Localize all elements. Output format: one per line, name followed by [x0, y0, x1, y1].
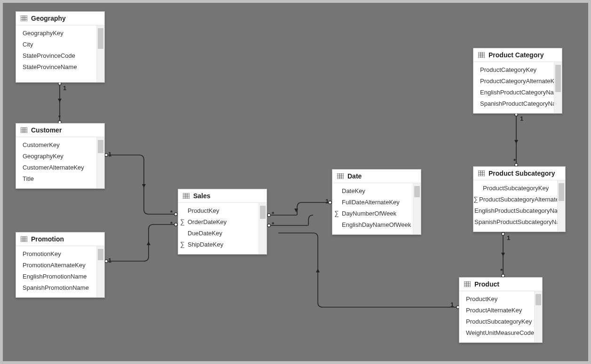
field[interactable]: ProductSubcategoryKey — [459, 316, 534, 327]
field[interactable]: SpanishProductCategoryName — [473, 98, 554, 109]
scrollbar[interactable] — [413, 183, 421, 234]
table-icon — [464, 281, 471, 287]
svg-rect-26 — [478, 52, 485, 58]
field[interactable]: ∑ShipDateKey — [178, 239, 259, 250]
table-header[interactable]: Product — [459, 278, 542, 291]
table-header[interactable]: Product Category — [473, 48, 562, 62]
table-product-category[interactable]: Product Category ProductCategoryKey Prod… — [473, 48, 562, 114]
field[interactable]: DateKey — [332, 185, 413, 196]
table-product[interactable]: Product ProductKey ProductAlternateKey P… — [459, 277, 543, 343]
scrollbar[interactable] — [554, 62, 562, 113]
card-many: * — [512, 158, 517, 164]
field-list: ProductKey ∑OrderDateKey DueDateKey ∑Shi… — [178, 203, 259, 254]
table-header[interactable]: Promotion — [16, 232, 104, 246]
card-many: * — [499, 268, 504, 274]
card-one: 1 — [324, 198, 330, 204]
svg-rect-36 — [464, 281, 471, 287]
field[interactable]: ∑ProductSubcategoryAlternateKey — [473, 194, 557, 205]
field[interactable]: WeightUnitMeasureCode — [459, 327, 534, 338]
table-product-subcategory[interactable]: Product Subcategory ProductSubcategoryKe… — [473, 166, 566, 232]
sigma-icon: ∑ — [178, 218, 187, 225]
rel-promotion-sales — [105, 223, 177, 263]
scrollbar[interactable] — [96, 137, 104, 188]
card-many: * — [169, 221, 173, 227]
field[interactable]: EnglishProductCategoryName — [473, 86, 554, 98]
field[interactable]: EnglishDayNameOfWeek — [332, 219, 413, 230]
svg-rect-11 — [21, 236, 27, 242]
table-icon — [21, 236, 27, 242]
table-title: Geography — [31, 15, 66, 22]
sigma-icon: ∑ — [332, 209, 341, 217]
field[interactable]: ProductCategoryAlternateKey — [473, 75, 554, 86]
field[interactable]: GeographyKey — [16, 150, 96, 162]
table-date[interactable]: Date DateKey FullDateAlternateKey ∑DayNu… — [332, 169, 421, 235]
field[interactable]: SpanishProductSubcategoryName — [473, 216, 557, 227]
table-icon — [183, 193, 189, 199]
field[interactable]: ProductKey — [459, 293, 534, 304]
table-title: Product Category — [489, 51, 544, 59]
field[interactable]: Title — [16, 173, 96, 184]
field[interactable]: City — [16, 39, 96, 50]
card-one: 1 — [506, 235, 511, 241]
table-title: Customer — [31, 126, 62, 134]
field[interactable]: PromotionAlternateKey — [16, 259, 96, 271]
field[interactable]: StateProvinceName — [16, 61, 96, 72]
table-header[interactable]: Customer — [16, 124, 104, 137]
card-one: 1 — [62, 85, 67, 91]
card-one: 1 — [519, 116, 524, 122]
table-title: Product — [474, 280, 499, 288]
field[interactable]: ProductKey — [178, 205, 259, 216]
field[interactable]: StateProvinceCode — [16, 50, 96, 61]
field[interactable]: ProductCategoryKey — [473, 64, 554, 75]
field[interactable]: EnglishPromotionName — [16, 271, 96, 282]
table-header[interactable]: Geography — [16, 12, 104, 25]
field[interactable]: PromotionKey — [16, 248, 96, 259]
field[interactable]: EnglishProductSubcategoryName — [473, 205, 557, 216]
scrollbar[interactable] — [557, 180, 565, 232]
card-one: 1 — [107, 151, 112, 157]
table-icon — [478, 170, 485, 176]
table-icon — [337, 173, 344, 179]
field[interactable]: CustomerKey — [16, 139, 96, 150]
field[interactable]: ProductAlternateKey — [459, 304, 534, 316]
table-sales[interactable]: Sales ProductKey ∑OrderDateKey DueDateKe… — [178, 189, 267, 255]
field[interactable]: FullDateAlternateKey — [332, 196, 413, 208]
card-many: * — [169, 209, 173, 216]
card-one: 1 — [449, 302, 455, 308]
table-customer[interactable]: Customer CustomerKey GeographyKey Custom… — [16, 123, 105, 189]
field-list: PromotionKey PromotionAlternateKey Engli… — [16, 246, 96, 297]
model-canvas[interactable]: 1 * 1 * 1 * 1 * * 1 1 * 1 * Geography Ge… — [3, 3, 588, 361]
table-icon — [21, 127, 27, 133]
card-many: * — [271, 211, 275, 217]
table-header[interactable]: Date — [332, 170, 421, 183]
table-geography[interactable]: Geography GeographyKey City StateProvinc… — [16, 11, 105, 83]
field-list: DateKey FullDateAlternateKey ∑DayNumberO… — [332, 183, 413, 234]
field[interactable]: ∑DayNumberOfWeek — [332, 208, 413, 219]
field[interactable]: GeographyKey — [16, 27, 96, 39]
field[interactable]: ProductSubcategoryKey — [473, 182, 557, 194]
scrollbar[interactable] — [96, 246, 104, 297]
rel-product-sales — [278, 233, 459, 309]
table-header[interactable]: Product Subcategory — [473, 167, 565, 180]
table-title: Promotion — [31, 235, 64, 243]
field-list: CustomerKey GeographyKey CustomerAlterna… — [16, 137, 96, 188]
field[interactable]: DueDateKey — [178, 227, 259, 239]
table-icon — [21, 15, 27, 21]
field-list: GeographyKey City StateProvinceCode Stat… — [16, 25, 96, 82]
sigma-icon: ∑ — [178, 240, 187, 248]
scrollbar[interactable] — [534, 291, 542, 342]
scrollbar[interactable] — [259, 203, 267, 254]
sigma-icon: ∑ — [473, 195, 478, 203]
field[interactable]: CustomerAlternateKey — [16, 162, 96, 173]
rel-customer-sales — [105, 154, 177, 216]
card-one: 1 — [107, 257, 112, 263]
field[interactable]: ∑OrderDateKey — [178, 216, 259, 227]
table-promotion[interactable]: Promotion PromotionKey PromotionAlternat… — [16, 232, 105, 298]
diagram-frame: 1 * 1 * 1 * 1 * * 1 1 * 1 * Geography Ge… — [0, 0, 591, 364]
field[interactable]: SpanishPromotionName — [16, 282, 96, 293]
table-title: Date — [347, 172, 362, 180]
table-header[interactable]: Sales — [178, 189, 267, 203]
svg-rect-31 — [478, 170, 485, 176]
svg-rect-6 — [21, 127, 27, 133]
scrollbar[interactable] — [96, 25, 104, 82]
